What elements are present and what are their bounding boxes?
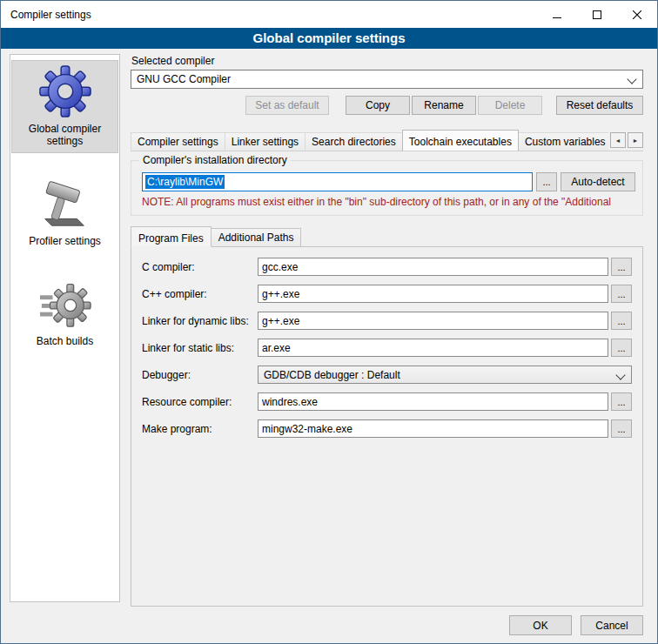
c-compiler-input[interactable] <box>258 258 608 276</box>
page-title: Global compiler settings <box>1 28 657 49</box>
static-linker-browse-button[interactable]: ... <box>611 339 632 357</box>
gray-gear-icon <box>38 277 92 331</box>
tab-linker-settings[interactable]: Linker settings <box>225 132 306 151</box>
form-row-debugger: Debugger: GDB/CDB debugger : Default <box>142 366 632 384</box>
form-row-static-linker: Linker for static libs: ... <box>142 339 632 357</box>
dynamic-linker-label: Linker for dynamic libs: <box>142 315 258 327</box>
selected-compiler-select[interactable]: GNU GCC Compiler <box>131 70 643 89</box>
chevron-down-icon <box>627 74 636 84</box>
tabs-wrap: Compiler settings Linker settings Search… <box>131 130 608 151</box>
tab-toolchain-executables[interactable]: Toolchain executables <box>402 130 519 151</box>
make-program-label: Make program: <box>142 423 258 435</box>
sidebar-item-batch-builds[interactable]: Batch builds <box>11 272 118 353</box>
form-row-dynamic-linker: Linker for dynamic libs: ... <box>142 312 632 330</box>
maximize-icon <box>593 10 601 19</box>
minimize-button[interactable] <box>537 1 577 28</box>
dialog-footer: OK Cancel <box>1 615 657 643</box>
dynamic-linker-input[interactable] <box>258 312 608 330</box>
c-compiler-label: C compiler: <box>142 261 258 273</box>
tab-custom-variables[interactable]: Custom variables <box>518 132 608 151</box>
tab-scroll-left-button[interactable]: ◄ <box>610 132 626 148</box>
form-row-resource-compiler: Resource compiler: ... <box>142 392 632 411</box>
dialog-content: Global compiler settings <box>1 49 657 615</box>
cpp-compiler-browse-button[interactable]: ... <box>611 285 632 303</box>
arrow-right-icon: ► <box>633 138 639 144</box>
ok-button[interactable]: OK <box>509 615 572 635</box>
hammer-icon <box>38 177 92 231</box>
settings-category-list: Global compiler settings <box>10 54 120 602</box>
c-compiler-browse-button[interactable]: ... <box>611 258 632 276</box>
compiler-actions: Set as default Copy Rename Delete Reset … <box>131 96 643 115</box>
installation-directory-browse-button[interactable]: ... <box>536 172 557 191</box>
installation-directory-note: NOTE: All programs must exist either in … <box>142 196 635 208</box>
debugger-value: GDB/CDB debugger : Default <box>264 369 400 381</box>
sidebar-item-label: Batch builds <box>37 335 93 347</box>
rename-button[interactable]: Rename <box>412 96 476 115</box>
static-linker-label: Linker for static libs: <box>142 342 258 354</box>
form-row-make-program: Make program: ... <box>142 419 632 438</box>
static-linker-input[interactable] <box>258 339 608 357</box>
cancel-button[interactable]: Cancel <box>581 615 643 635</box>
tab-search-directories[interactable]: Search directories <box>305 132 403 151</box>
window-title: Compiler settings <box>1 9 91 21</box>
form-row-c-compiler: C compiler: ... <box>142 258 632 276</box>
chevron-down-icon <box>615 370 625 379</box>
close-icon <box>633 10 641 19</box>
subtab-program-files[interactable]: Program Files <box>131 226 212 247</box>
tab-compiler-settings[interactable]: Compiler settings <box>131 132 225 151</box>
installation-directory-value: C:\raylib\MinGW <box>145 175 225 189</box>
debugger-label: Debugger: <box>142 369 258 381</box>
tab-scroll-right-button[interactable]: ► <box>628 132 643 148</box>
main-tab-bar: Compiler settings Linker settings Search… <box>131 130 643 151</box>
resource-compiler-browse-button[interactable]: ... <box>611 392 632 411</box>
selected-compiler-value: GNU GCC Compiler <box>137 73 231 85</box>
dynamic-linker-browse-button[interactable]: ... <box>611 312 632 330</box>
set-as-default-button[interactable]: Set as default <box>245 96 329 115</box>
cpp-compiler-input[interactable] <box>258 285 608 303</box>
sidebar-item-global-compiler-settings[interactable]: Global compiler settings <box>11 60 118 153</box>
selected-compiler-label: Selected compiler <box>131 55 643 67</box>
sidebar-item-label: Profiler settings <box>29 235 101 247</box>
minimize-icon <box>553 10 561 19</box>
make-program-input[interactable] <box>258 419 608 438</box>
installation-directory-group: Compiler's installation directory C:\ray… <box>131 160 643 216</box>
compiler-settings-dialog: Compiler settings Global compiler settin… <box>0 0 658 644</box>
debugger-select[interactable]: GDB/CDB debugger : Default <box>258 366 632 384</box>
window-controls <box>537 1 657 28</box>
maximize-button[interactable] <box>577 1 617 28</box>
toolchain-sub-tab-bar: Program Files Additional Paths <box>131 226 643 246</box>
sidebar-item-label: Global compiler settings <box>14 123 116 147</box>
subtab-additional-paths[interactable]: Additional Paths <box>211 228 302 246</box>
delete-button[interactable]: Delete <box>478 96 542 115</box>
sidebar-item-profiler-settings[interactable]: Profiler settings <box>11 172 118 253</box>
close-button[interactable] <box>617 1 657 28</box>
title-bar: Compiler settings <box>1 1 657 28</box>
form-row-cpp-compiler: C++ compiler: ... <box>142 285 632 303</box>
installation-directory-row: C:\raylib\MinGW ... Auto-detect <box>142 172 635 191</box>
auto-detect-button[interactable]: Auto-detect <box>561 172 635 191</box>
reset-defaults-button[interactable]: Reset defaults <box>556 96 643 115</box>
arrow-left-icon: ◄ <box>615 138 621 144</box>
main-panel: Selected compiler GNU GCC Compiler Set a… <box>131 54 643 607</box>
make-program-browse-button[interactable]: ... <box>611 419 632 438</box>
program-files-panel: C compiler: ... C++ compiler: ... Linker… <box>131 246 643 607</box>
resource-compiler-input[interactable] <box>258 392 608 411</box>
resource-compiler-label: Resource compiler: <box>142 396 258 408</box>
cpp-compiler-label: C++ compiler: <box>142 288 258 300</box>
copy-button[interactable]: Copy <box>346 96 410 115</box>
installation-directory-input[interactable]: C:\raylib\MinGW <box>142 172 533 191</box>
blue-gear-icon <box>38 64 92 118</box>
installation-directory-group-label: Compiler's installation directory <box>139 154 291 166</box>
